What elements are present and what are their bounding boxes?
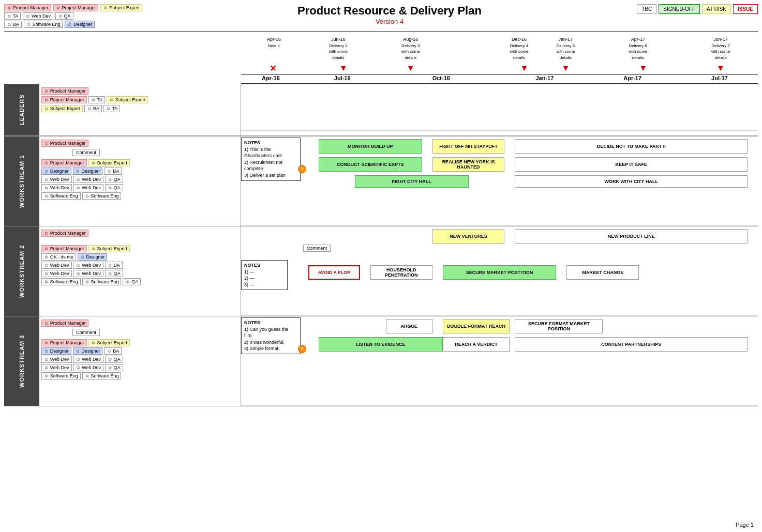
role-web-dev: ☺ Web Dev bbox=[23, 12, 53, 20]
ws2-team-r3: ☺ OK - its me ☺ Designer bbox=[41, 253, 238, 261]
leaders-se: ☺ Subject Expert bbox=[107, 96, 148, 103]
ws3-comment: Comment bbox=[72, 329, 100, 336]
status-tbc: TBC bbox=[637, 4, 656, 14]
ws1-designer2: ☺ Designer bbox=[73, 168, 103, 175]
roles-row1: ☺ Product Manager ☺ Project Manager ☺ Su… bbox=[4, 4, 142, 11]
ws2-pm: ☺ Product Manager bbox=[41, 230, 88, 237]
ws2-bar-secure-market: SECURE MARKET POSTITION bbox=[443, 265, 557, 280]
leaders-row: LEADERS ☺ Product Manager ☺ Project Mana… bbox=[4, 84, 758, 136]
ws1-pm: ☺ Product Manager bbox=[41, 140, 88, 147]
ws3-qa1: ☺ QA bbox=[105, 356, 123, 363]
ws3-webdev4: ☺ Web Dev bbox=[73, 364, 104, 371]
roles-section: ☺ Product Manager ☺ Project Manager ☺ Su… bbox=[4, 4, 142, 28]
ws2-softeng2: ☺ Software Eng bbox=[82, 278, 122, 285]
axis-apr16: Apr-16 bbox=[262, 75, 280, 81]
role-qa: ☺ QA bbox=[55, 12, 73, 20]
ws2-qa2: ☺ QA bbox=[123, 278, 141, 285]
ws2-bar-avoid: AVOID A FLOP bbox=[308, 265, 360, 280]
ws3-label: WORKSTREAM 3 bbox=[4, 316, 39, 406]
date-jan17: Jan-17Delivery 5with somedetails bbox=[556, 37, 575, 61]
ws1-gantt: NOTES 1) This is the Ghostbusters cast 2… bbox=[241, 136, 758, 226]
page-title: Product Resource & Delivery Plan bbox=[142, 4, 637, 18]
ws3-softeng2: ☺ Software Eng bbox=[82, 372, 122, 379]
roles-row3: ☺ BA ☺ Software Eng ☺ Designer bbox=[4, 21, 142, 28]
leaders-team: ☺ Product Manager ☺ Project Manager ☺ TA… bbox=[39, 84, 241, 135]
ws3-team-r2: ☺ Project Manager ☺ Subject Expert bbox=[41, 339, 238, 346]
ws1-designer: ☺ Designer bbox=[41, 168, 71, 175]
ws1-webdev2: ☺ Web Dev bbox=[73, 176, 104, 183]
ws1-notes: NOTES 1) This is the Ghostbusters cast 2… bbox=[241, 138, 301, 181]
ws3-team-r3: ☺ Designer ☺ Designer ☺ BA bbox=[41, 347, 238, 355]
ws3-gantt: NOTES 1) Can you guess the film. 2) It w… bbox=[241, 316, 758, 406]
leaders-team-row3: ☺ Subject Expert ☺ BA ☺ TA bbox=[41, 105, 238, 112]
ws1-bar-realise: REALISE NEW YORK IS HAUNTED bbox=[432, 157, 505, 172]
ws2-webdev2: ☺ Web Dev bbox=[73, 262, 104, 269]
arrow-5: ▼ bbox=[639, 64, 647, 73]
axis-oct16: Oct-16 bbox=[432, 75, 450, 81]
ws1-softeng: ☺ Software Eng bbox=[41, 192, 81, 200]
date-jun16: Jun-16Delivery 2with somedetails bbox=[329, 37, 348, 61]
arrow-4: ▼ bbox=[561, 64, 570, 73]
ws2-projmgr: ☺ Project Manager bbox=[41, 245, 87, 252]
axis-apr17: Apr-17 bbox=[623, 75, 641, 81]
ws3-webdev3: ☺ Web Dev bbox=[41, 364, 72, 371]
ws3-notes: NOTES 1) Can you guess the film. 2) It w… bbox=[241, 317, 301, 354]
ws2-ok: ☺ OK - its me bbox=[41, 253, 76, 261]
status-issue: ISSUE bbox=[733, 4, 758, 14]
axis-labels: Apr-16 Jul-16 Oct-16 Jan-17 Apr-17 Jul-1… bbox=[241, 75, 758, 84]
ws3-designer1: ☺ Designer bbox=[41, 347, 71, 355]
ws2-bar-household: HOUSEHOLD PENETRATION bbox=[370, 265, 432, 280]
leaders-ta2: ☺ TA bbox=[103, 105, 120, 112]
leaders-projmgr: ☺ Project Manager bbox=[41, 96, 87, 103]
header-title-section: Product Resource & Delivery Plan Version… bbox=[142, 4, 637, 25]
date-aug16: Aug-16Delivery 3with somedetails bbox=[401, 37, 420, 61]
ws3-bar-content-partnerships: CONTENT PARTNERSHIPS bbox=[515, 337, 748, 352]
ws3-bar-verdict: REACH A VERDICT bbox=[443, 337, 510, 352]
date-jun17: Jun-17Delivery 7with somedetails bbox=[711, 37, 730, 61]
ws3-bar-secure-format: SECURE FORMAT MARKET POSITION bbox=[515, 319, 603, 333]
ws2-team-r1: ☺ Product Manager bbox=[41, 230, 238, 237]
role-designer: ☺ Designer bbox=[65, 21, 95, 28]
ws1-bar-fight-city: FIGHT CITY HALL bbox=[355, 175, 469, 188]
role-software-eng: ☺ Software Eng bbox=[24, 21, 63, 28]
status-section: TBC SIGNED-OFF AT RISK ISSUE bbox=[637, 4, 758, 14]
ws3-webdev2: ☺ Web Dev bbox=[73, 356, 104, 363]
ws1-team-r4: ☺ Web Dev ☺ Web Dev ☺ QA bbox=[41, 176, 238, 183]
ws2-designer: ☺ Designer bbox=[78, 253, 108, 261]
leaders-ta: ☺ TA bbox=[88, 96, 105, 103]
ws2-webdev4: ☺ Web Dev bbox=[73, 270, 104, 277]
axis-jan17: Jan-17 bbox=[535, 75, 554, 81]
ws2-softeng: ☺ Software Eng bbox=[41, 278, 81, 285]
arrow-3: ▼ bbox=[520, 64, 528, 73]
ws3-se: ☺ Subject Expert bbox=[88, 339, 130, 346]
ws2-label: WORKSTREAM 2 bbox=[4, 226, 39, 316]
leaders-pm: ☺ Product Manager bbox=[41, 87, 88, 95]
ws1-bar-decide: DECIDE NOT TO MAKE PART II bbox=[515, 139, 748, 154]
ws1-team: ☺ Product Manager Comment ☺ Project Mana… bbox=[39, 136, 241, 226]
ws3-question-badge: ? bbox=[298, 345, 306, 353]
axis-jul16: Jul-16 bbox=[334, 75, 351, 81]
ws1-qa1: ☺ QA bbox=[105, 176, 123, 183]
arrow-2: ▼ bbox=[407, 64, 415, 73]
ws3-pm: ☺ Product Manager bbox=[41, 320, 88, 327]
role-ta: ☺ TA bbox=[4, 12, 21, 20]
ws1-label: WORKSTREAM 1 bbox=[4, 136, 39, 226]
ws2-team-r4: ☺ Web Dev ☺ Web Dev ☺ BA bbox=[41, 262, 238, 269]
ws2-gantt: Comment NOTES 1) — 2) — 3) — NEW VENTURE… bbox=[241, 226, 758, 316]
ws2-team: ☺ Product Manager ☺ Project Manager ☺ Su… bbox=[39, 226, 241, 316]
ws3-webdev1: ☺ Web Dev bbox=[41, 356, 72, 363]
ws1-question-badge: ? bbox=[298, 165, 306, 173]
ws1-se: ☺ Subject Expert bbox=[88, 159, 130, 166]
ws1-team-r2: ☺ Project Manager ☺ Subject Expert bbox=[41, 159, 238, 166]
page-number: Page 1 bbox=[736, 522, 754, 528]
date-apr16: Apr-16Note 1 bbox=[267, 37, 281, 49]
date-dec16: Dec-16Delivery 4with somedetails bbox=[510, 37, 528, 61]
ws1-bar-work-city: WORK WITH CITY HALL bbox=[515, 175, 748, 188]
role-product-manager: ☺ Product Manager bbox=[4, 4, 51, 11]
ws1-qa2: ☺ QA bbox=[105, 184, 123, 191]
ws3-team-r6: ☺ Software Eng ☺ Software Eng bbox=[41, 372, 238, 379]
axis-jul17: Jul-17 bbox=[711, 75, 728, 81]
ws2-bar-new-ventures: NEW VENTURES bbox=[432, 229, 505, 244]
workstream3-row: WORKSTREAM 3 ☺ Product Manager Comment ☺… bbox=[4, 316, 758, 406]
ws3-team-r4: ☺ Web Dev ☺ Web Dev ☺ QA bbox=[41, 356, 238, 363]
